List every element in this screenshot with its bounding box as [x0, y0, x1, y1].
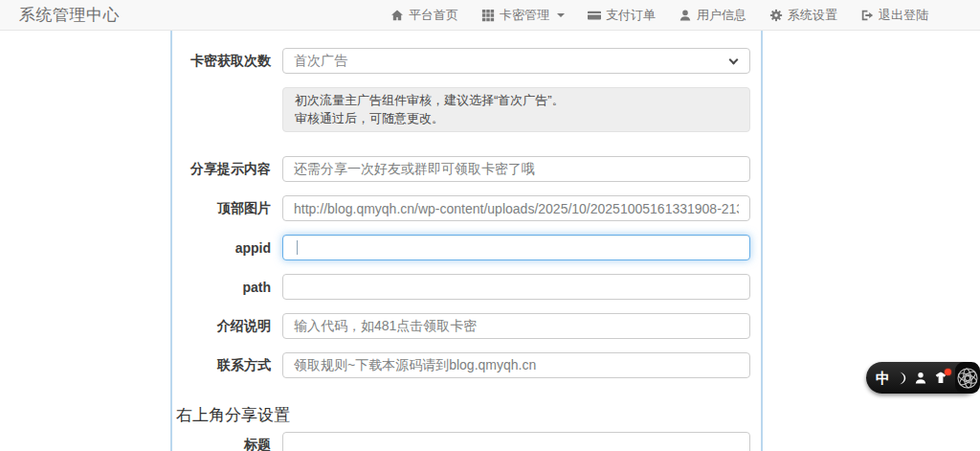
chevron-down-icon [729, 56, 739, 65]
field-label: 分享提示内容 [172, 161, 282, 178]
nav-system-settings[interactable]: 系统设置 [769, 7, 837, 24]
ime-logo[interactable] [955, 362, 980, 394]
nav-label: 平台首页 [409, 7, 458, 24]
help-text: 初次流量主广告组件审核，建议选择“首次广告”。 审核通过后，可随意更改。 [282, 87, 750, 132]
field-path: path [172, 274, 761, 300]
nav-card-management[interactable]: 卡密管理 [481, 7, 565, 24]
field-contact: 联系方式 [172, 352, 761, 378]
nav-label: 退出登陆 [879, 7, 928, 24]
grid-icon [481, 9, 495, 22]
sign-out-icon [860, 9, 874, 22]
user-icon [679, 9, 692, 22]
nav-label: 支付订单 [606, 7, 656, 24]
appid-input[interactable] [282, 235, 750, 260]
nav-label: 系统设置 [788, 7, 837, 24]
help-line: 审核通过后，可随意更改。 [295, 110, 738, 128]
card-fetch-count-select[interactable]: 首次广告 [282, 48, 750, 74]
nav-user-info[interactable]: 用户信息 [679, 7, 746, 24]
selected-option: 首次广告 [294, 53, 347, 70]
field-label: path [172, 280, 282, 295]
field-label: 介绍说明 [172, 318, 282, 335]
user-icon[interactable] [915, 372, 926, 384]
ime-toolbar: 中 [866, 362, 979, 394]
share-tip-input[interactable] [282, 156, 750, 182]
field-appid: appid [172, 235, 761, 260]
nav-label: 用户信息 [697, 7, 746, 24]
nav-label: 卡密管理 [500, 7, 549, 24]
text-cursor [297, 240, 298, 255]
field-label: 顶部图片 [172, 200, 282, 217]
field-label: 标题 [172, 437, 282, 451]
chinese-mode-indicator[interactable]: 中 [876, 371, 890, 385]
top-navbar: 系统管理中心 平台首页 卡密管理 支付订单 用户信息 [0, 0, 980, 31]
chevron-down-icon [557, 13, 565, 17]
field-share-tip: 分享提示内容 [172, 156, 761, 182]
help-line: 初次流量主广告组件审核，建议选择“首次广告”。 [295, 92, 738, 110]
field-intro: 介绍说明 [172, 313, 761, 339]
main-nav: 平台首页 卡密管理 支付订单 用户信息 [390, 7, 928, 24]
field-label: appid [172, 240, 282, 256]
notification-dot [945, 369, 951, 375]
nav-payment-orders[interactable]: 支付订单 [588, 7, 656, 24]
skin-icon[interactable] [934, 372, 947, 384]
app-title: 系统管理中心 [19, 4, 120, 26]
home-icon [390, 9, 404, 22]
content-panel: 卡密获取次数 首次广告 初次流量主广告组件审核，建议选择“首次广告”。 审核通过… [170, 31, 763, 451]
nav-logout[interactable]: 退出登陆 [860, 7, 928, 24]
field-label: 卡密获取次数 [172, 53, 282, 70]
field-top-image: 顶部图片 [172, 195, 761, 221]
field-label: 联系方式 [172, 357, 282, 374]
gear-icon [769, 9, 783, 22]
top-image-input[interactable] [282, 195, 750, 221]
field-title: 标题 [172, 432, 761, 451]
contact-input[interactable] [282, 352, 750, 378]
field-card-fetch-count: 卡密获取次数 首次广告 初次流量主广告组件审核，建议选择“首次广告”。 审核通过… [172, 48, 761, 132]
half-moon-icon[interactable] [898, 372, 907, 385]
credit-card-icon [588, 9, 601, 22]
title-input[interactable] [282, 432, 750, 451]
share-settings-heading: 右上角分享设置 [176, 404, 761, 426]
intro-input[interactable] [282, 313, 750, 339]
path-input[interactable] [282, 274, 750, 300]
nav-platform-home[interactable]: 平台首页 [390, 7, 458, 24]
